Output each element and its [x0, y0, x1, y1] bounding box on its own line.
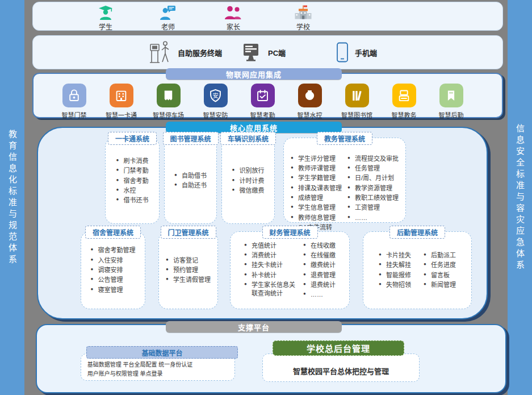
- card-item: 自助还书: [174, 181, 207, 190]
- user-group-parents: 家长: [213, 5, 254, 31]
- card-item: 计时计费: [232, 177, 265, 185]
- iot-label: 智慧考勤: [250, 110, 275, 119]
- card-academic-affairs-system: 教务管理系统 学生评分管理 教师评课管理 学生学籍管理 排课及课表管理 成绩管理…: [283, 138, 406, 223]
- card-item: 后勤派工: [424, 251, 456, 260]
- card-item-list: 卡片挂失 挂失解挂 智能报修 失物招领: [379, 250, 411, 291]
- terminal-label: 手机端: [355, 47, 377, 58]
- user-label: 老师: [148, 22, 188, 31]
- card-item: 教师评课管理: [291, 164, 342, 173]
- card-item-list: 充值统计 消费统计 挂失卡统计 补卡统计 学生家长信息关联查询统计: [244, 240, 298, 301]
- card-item: 任务管理: [347, 164, 399, 173]
- card-item-list: 识别放行 计时计费 微信缴费: [232, 165, 265, 197]
- school-backend-title: 学校总后台管理: [273, 340, 404, 356]
- school-backend-card: 智慧校园平台总体把控与管理: [262, 354, 420, 382]
- card-item: 工资管理: [347, 203, 399, 212]
- iot-header: 物联网应用集成: [166, 68, 342, 80]
- card-dormitory-system: 宿舍管理系统 宿舍考勤管理 入住安排 调寝安排 公告管理 寝室管理: [81, 231, 145, 309]
- card-title: 车辆识别系统: [220, 132, 276, 145]
- card-gatekeeper-system: 门卫管理系统 访客登记 预约管理 学生请假管理: [158, 231, 218, 309]
- card-item: 刷卡消费: [116, 157, 149, 165]
- student-icon: [97, 5, 114, 20]
- phone-icon: [336, 41, 349, 63]
- card-item: 成绩管理: [291, 194, 342, 202]
- iot-icon-row: 智慧门禁 智慧一卡通 智慧停车场 安 智慧安防: [33, 84, 502, 119]
- card-item: ……: [347, 214, 399, 222]
- right-pillar-label: 信息安全标准与容灾应急体系: [516, 124, 524, 272]
- core-apps-header: 核心应用系统: [166, 122, 342, 133]
- backend-description: 智慧校园平台总体把控与管理: [293, 360, 389, 376]
- terminal-label: PC端: [268, 47, 286, 58]
- user-group-school: 学校: [283, 5, 324, 31]
- card-item: 流程提交及审批: [347, 155, 399, 163]
- user-label: 学校: [283, 22, 324, 31]
- card-item: 日/周、月计划: [347, 174, 399, 182]
- card-item: 预约管理: [166, 266, 211, 275]
- card-item: 公告管理: [91, 276, 136, 284]
- card-item: 入住安排: [91, 256, 136, 265]
- users-panel: 学生 老师 家长: [32, 2, 503, 31]
- iot-item-parking: 智慧停车场: [145, 84, 192, 119]
- card-item: 在线催缴: [303, 251, 336, 260]
- iot-label: 智慧一卡通: [106, 110, 137, 119]
- terminals-panel: 自助服务终端 PC端 手机端: [32, 35, 503, 69]
- card-item: 学生评分管理: [291, 155, 342, 163]
- iot-item-security: 安 智慧安防: [192, 84, 239, 119]
- card-item-list: 在线收缴 在线催缴 缴费统计 退费管理 退费统计 ……: [303, 240, 336, 301]
- card-title: 财务管理系统: [262, 226, 317, 239]
- card-one-card-system: 一卡通系统 刷卡消费 门禁考勤 宿舍考勤 水控 借书还书: [105, 138, 160, 224]
- iot-item-library: 智慧图书馆: [333, 84, 380, 119]
- card-item-list: 流程提交及审批 任务管理 日/周、月计划 教学资源管理 教职工绩效管理 工资管理…: [347, 153, 399, 233]
- iot-label: 智慧后勤: [439, 110, 464, 119]
- iot-label: 智慧停车场: [153, 110, 184, 119]
- iot-label: 智慧图书馆: [341, 110, 372, 119]
- kiosk-icon: [148, 40, 172, 65]
- terminal-label: 自助服务终端: [178, 47, 222, 58]
- security-shield-icon: 安: [204, 84, 228, 107]
- support-header: 支撑平台: [166, 321, 342, 332]
- card-item-list: 后勤派工 任务进度 留言板 新闻管理: [424, 250, 456, 291]
- iot-item-one-card: 智慧一卡通: [98, 84, 145, 119]
- support-platform-panel: 支撑平台 基础数据平台 基础数据管理 平台全局配置 统一身份认证 用户账户与权限…: [36, 324, 506, 393]
- user-group-teacher: 老师: [148, 5, 188, 31]
- card-item: 消费统计: [244, 251, 298, 260]
- card-finance-system: 财务管理系统 充值统计 消费统计 挂失卡统计 补卡统计 学生家长信息关联查询统计…: [230, 231, 350, 309]
- smart-campus-diagram: 教育信息化标准与规范体系 信息安全标准与容灾应急体系 学生 老师: [0, 0, 532, 395]
- card-item: 教师信息管理: [291, 214, 342, 222]
- left-pillar-label: 教育信息化标准与规范体系: [8, 130, 16, 266]
- base-data-platform-title: 基础数据平台: [86, 346, 238, 359]
- card-item: 挂失卡统计: [244, 261, 298, 269]
- card-item: 在线收缴: [303, 242, 336, 250]
- card-title: 一卡通系统: [108, 132, 157, 145]
- card-item: 寝室管理: [91, 286, 136, 294]
- user-label: 家长: [213, 22, 254, 31]
- attendance-calendar-icon: [251, 84, 275, 107]
- iot-label: 智慧门禁: [62, 110, 87, 119]
- parents-icon: [224, 5, 243, 20]
- parking-ticket-icon: [157, 84, 181, 107]
- card-item: 补卡统计: [244, 271, 298, 280]
- card-item: 排课及课表管理: [291, 184, 342, 193]
- card-item-list: 刷卡消费 门禁考勤 宿舍考勤 水控 借书还书: [116, 155, 149, 206]
- iot-panel: 物联网应用集成 智慧门禁 智慧一卡通 智慧停车场: [32, 73, 503, 118]
- iot-item-attendance: 智慧考勤: [239, 84, 286, 119]
- card-item: 识别放行: [232, 167, 265, 175]
- card-item: 学生信息管理: [291, 203, 342, 212]
- card-item: 任务进度: [424, 261, 456, 269]
- card-item: 缴费统计: [303, 261, 336, 269]
- card-title: 后勤管理系统: [389, 226, 445, 239]
- card-item: 充值统计: [244, 242, 298, 250]
- card-title: 教务管理系统: [317, 132, 372, 145]
- user-group-student: 学生: [85, 5, 126, 31]
- iot-label: 智慧水控: [298, 110, 322, 119]
- card-vehicle-recognition-system: 车辆识别系统 识别放行 计时计费 微信缴费: [221, 138, 275, 224]
- pc-icon: [242, 42, 262, 63]
- iot-item-logistics: 智慧后勤: [428, 84, 475, 119]
- card-item: 学生学籍管理: [291, 174, 342, 182]
- library-books-icon: [345, 84, 369, 107]
- card-item: 宿舍考勤: [116, 177, 149, 185]
- card-title: 图书管理系统: [162, 132, 218, 145]
- card-item: 宿舍考勤管理: [91, 246, 136, 255]
- right-standards-pillar: 信息安全标准与容灾应急体系: [508, 0, 532, 395]
- card-item: 微信缴费: [232, 186, 265, 195]
- base-platform-line: 基础数据管理 平台全局配置 统一身份认证: [87, 360, 228, 369]
